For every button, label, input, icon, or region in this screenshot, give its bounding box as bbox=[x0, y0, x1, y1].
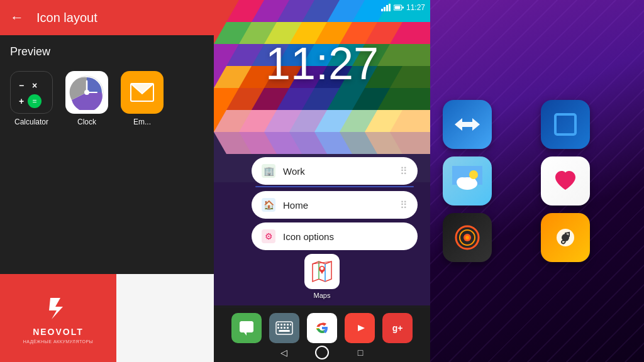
youtube-icon bbox=[351, 321, 369, 335]
home-nav-button[interactable] bbox=[315, 346, 329, 359]
neovolt-branding: NEOVOLT НАДЁЖНЫЕ АККУМУЛЯТОРЫ bbox=[0, 274, 116, 362]
dock-youtube-app[interactable] bbox=[345, 313, 375, 343]
calc-minus: − bbox=[19, 80, 24, 90]
recents-nav-button[interactable]: □ bbox=[354, 346, 367, 359]
keyboard-icon bbox=[275, 321, 293, 335]
heart-icon-svg bbox=[552, 167, 579, 195]
svg-rect-73 bbox=[284, 324, 286, 326]
home-menu-icon: 🏠 bbox=[262, 198, 275, 212]
svg-rect-57 bbox=[384, 7, 386, 11]
signal-icon bbox=[381, 4, 391, 11]
neovolt-tagline: НАДЁЖНЫЕ АККУМУЛЯТОРЫ bbox=[23, 339, 94, 344]
calc-plus: + bbox=[19, 94, 24, 108]
calc-times: × bbox=[28, 80, 42, 90]
hangouts-icon bbox=[238, 319, 255, 337]
svg-rect-76 bbox=[277, 327, 279, 329]
music-icon-svg bbox=[552, 224, 579, 251]
phone-status-bar: 11:27 bbox=[214, 0, 430, 15]
weather-icon-svg bbox=[452, 166, 482, 196]
app-grid-panel bbox=[430, 0, 644, 362]
music-app-icon[interactable] bbox=[541, 213, 590, 262]
panel-header: ← Icon layout bbox=[0, 0, 214, 35]
work-menu-dots: ⠿ bbox=[400, 165, 408, 177]
maps-app-icon[interactable]: Maps bbox=[304, 254, 340, 299]
svg-rect-62 bbox=[402, 6, 404, 8]
weather-app-icon[interactable] bbox=[443, 156, 492, 206]
calculator-label: Calculator bbox=[14, 118, 48, 126]
status-time: 11:27 bbox=[406, 3, 425, 12]
svg-rect-84 bbox=[555, 114, 575, 134]
svg-rect-78 bbox=[284, 327, 286, 329]
neovolt-logo-icon bbox=[43, 293, 74, 324]
panel-title: Icon layout bbox=[36, 11, 97, 25]
phone-screen-panel: 11:27 11:27 🏢 Work ⠿ 🏠 Home ⠿ ⚙ Icon opt… bbox=[214, 0, 430, 362]
camera-icon-svg bbox=[453, 224, 481, 251]
dock-navigation: ◁ □ bbox=[277, 346, 367, 362]
phone-dock: g+ ◁ □ bbox=[214, 305, 430, 362]
svg-rect-75 bbox=[290, 324, 291, 326]
svg-marker-5 bbox=[49, 298, 63, 319]
svg-marker-83 bbox=[455, 118, 480, 131]
back-button[interactable]: ← bbox=[10, 9, 24, 26]
preview-icons-row: − × + = Calculator bbox=[0, 66, 214, 131]
context-menu: 🏢 Work ⠿ 🏠 Home ⠿ ⚙ Icon options bbox=[252, 157, 418, 254]
calculator-icon-box: − × + = bbox=[10, 71, 53, 114]
dock-apps-row: g+ bbox=[221, 305, 423, 346]
svg-point-93 bbox=[465, 236, 469, 239]
icon-options-menu-item[interactable]: ⚙ Icon options bbox=[252, 222, 418, 250]
calc-eq: = bbox=[28, 94, 42, 108]
maps-icon-box bbox=[304, 254, 340, 289]
svg-rect-69 bbox=[240, 321, 253, 332]
svg-rect-77 bbox=[280, 327, 282, 329]
svg-rect-79 bbox=[287, 327, 289, 329]
settings-icon-svg bbox=[452, 109, 482, 140]
icon-options-icon: ⚙ bbox=[262, 229, 275, 243]
home-menu-dots: ⠿ bbox=[400, 199, 408, 211]
clock-svg-icon bbox=[69, 75, 104, 110]
home-menu-label: Home bbox=[283, 200, 392, 211]
svg-rect-72 bbox=[280, 324, 282, 326]
square-icon-svg bbox=[550, 109, 580, 140]
google-icon bbox=[313, 319, 331, 337]
home-menu-item[interactable]: 🏠 Home ⠿ bbox=[252, 191, 418, 219]
google-plus-text: g+ bbox=[392, 323, 403, 333]
icon-options-label: Icon options bbox=[283, 231, 408, 242]
svg-rect-74 bbox=[287, 324, 289, 326]
phone-clock-display: 11:27 bbox=[214, 38, 430, 89]
menu-divider bbox=[255, 186, 414, 187]
preview-label: Preview bbox=[0, 35, 214, 66]
work-menu-icon: 🏢 bbox=[262, 164, 275, 178]
neovolt-brand-name: NEOVOLT bbox=[33, 327, 84, 337]
svg-point-67 bbox=[321, 267, 324, 270]
svg-rect-71 bbox=[277, 324, 279, 326]
maps-label-text: Maps bbox=[314, 292, 331, 299]
white-paper-area bbox=[116, 274, 214, 362]
dock-keyboard-app[interactable] bbox=[269, 313, 299, 343]
battery-icon bbox=[394, 4, 404, 11]
svg-rect-56 bbox=[381, 9, 383, 11]
email-app-item: Em... bbox=[121, 71, 164, 126]
camera-app-icon[interactable] bbox=[443, 213, 492, 262]
work-menu-label: Work bbox=[283, 166, 392, 177]
email-icon-svg bbox=[128, 81, 156, 104]
apps-grid bbox=[443, 100, 631, 262]
svg-rect-59 bbox=[389, 4, 391, 11]
svg-rect-80 bbox=[279, 330, 290, 332]
clock-label: Clock bbox=[77, 118, 96, 126]
dock-hangouts-app[interactable] bbox=[231, 313, 262, 343]
maps-svg-icon bbox=[309, 259, 335, 284]
work-menu-item[interactable]: 🏢 Work ⠿ bbox=[252, 157, 418, 185]
lifesum-app-icon[interactable] bbox=[541, 156, 590, 206]
svg-rect-58 bbox=[386, 5, 388, 11]
email-label: Em... bbox=[133, 118, 151, 126]
svg-rect-61 bbox=[395, 6, 401, 9]
clock-icon-box bbox=[65, 71, 108, 114]
svg-point-89 bbox=[469, 170, 478, 179]
dock-google-plus-app[interactable]: g+ bbox=[382, 313, 413, 343]
settings-widget-icon[interactable] bbox=[443, 100, 492, 149]
back-nav-button[interactable]: ◁ bbox=[277, 346, 290, 359]
calculator-app-item: − × + = Calculator bbox=[10, 71, 53, 126]
dock-google-app[interactable] bbox=[307, 313, 337, 343]
square-app-icon[interactable] bbox=[541, 100, 590, 149]
clock-app-item: Clock bbox=[65, 71, 108, 126]
